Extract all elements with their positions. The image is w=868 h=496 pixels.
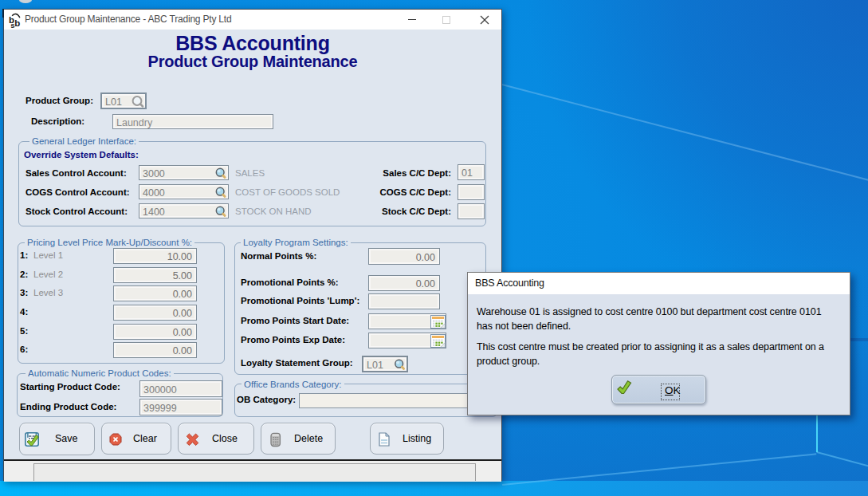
svg-text:b: b	[14, 18, 20, 28]
